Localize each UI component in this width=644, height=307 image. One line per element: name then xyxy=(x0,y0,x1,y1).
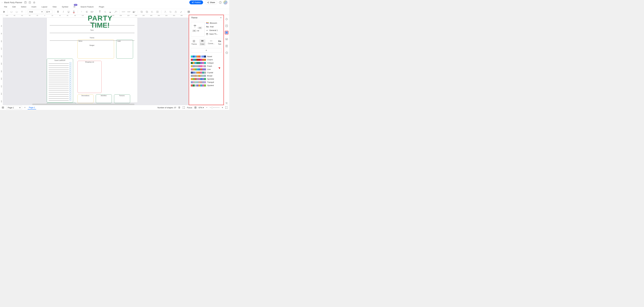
align-objects-icon[interactable] xyxy=(150,10,154,14)
help-icon[interactable] xyxy=(219,1,222,4)
theme-preview[interactable]: text text text text xyxy=(191,22,205,36)
tab-color[interactable]: Color xyxy=(200,39,206,46)
page-list-icon[interactable] xyxy=(2,106,4,109)
text-format-icon[interactable]: T xyxy=(80,10,84,14)
color-scheme-fresh[interactable]: Fresh xyxy=(191,65,222,67)
group-icon[interactable] xyxy=(156,10,160,14)
focus-label[interactable]: Focus xyxy=(187,106,192,109)
info-box[interactable]: Where: Tene: Theme: Budget: xyxy=(47,18,73,59)
checklist-row[interactable] xyxy=(47,91,73,92)
menu-file[interactable]: File xyxy=(4,6,7,8)
underline-icon[interactable]: U xyxy=(66,10,70,14)
tab-theme[interactable]: Theme xyxy=(190,39,198,46)
checklist-row[interactable] xyxy=(47,74,73,76)
font-size-select[interactable]: 12▾ xyxy=(45,10,52,14)
favours-box[interactable]: Favours: xyxy=(114,94,130,103)
ai-sparkle-icon[interactable] xyxy=(163,10,167,14)
history-icon[interactable] xyxy=(225,51,228,54)
layers-icon[interactable] xyxy=(178,106,180,109)
align-icon[interactable] xyxy=(85,10,89,14)
color-scheme-charm[interactable]: Charm xyxy=(191,59,222,61)
color-scheme-novel[interactable]: Novel xyxy=(191,55,222,57)
save-icon[interactable] xyxy=(24,1,26,4)
import-icon[interactable] xyxy=(225,24,228,28)
menu-edit[interactable]: Edit xyxy=(12,6,16,8)
horizontal-scrollbar[interactable] xyxy=(32,104,134,105)
checklist-row[interactable] xyxy=(47,62,73,64)
bring-front-icon[interactable] xyxy=(145,10,149,14)
canvas-wrapper[interactable]: -100-80-60 -40-200 204060 80100120 14016… xyxy=(3,15,229,105)
color-scheme-tranquil[interactable]: Tranquil xyxy=(191,81,222,83)
checklist-row[interactable] xyxy=(47,87,73,88)
color-scheme-sprinkle[interactable]: Sprinkle xyxy=(191,78,222,80)
checklist-row[interactable] xyxy=(47,68,73,70)
menu-view[interactable]: View xyxy=(52,6,56,8)
pen-icon[interactable] xyxy=(108,10,112,14)
canvas-page[interactable]: PARTY TIME! Where: Tene: Theme: Budget: … xyxy=(47,18,138,102)
checklist-row[interactable] xyxy=(47,83,73,84)
arrow-icon[interactable]: ▾ xyxy=(126,10,131,14)
checklist-row[interactable] xyxy=(47,70,73,72)
checklist-row[interactable] xyxy=(47,81,73,82)
format-painter-icon[interactable] xyxy=(20,10,24,14)
export-icon[interactable] xyxy=(29,1,31,4)
theme-grid-icon[interactable] xyxy=(225,31,228,34)
fullscreen-icon[interactable] xyxy=(225,106,228,109)
checklist-row[interactable] xyxy=(47,66,73,68)
play-icon[interactable] xyxy=(194,106,197,109)
theme-font[interactable]: AaArial xyxy=(206,25,222,28)
send-back-icon[interactable] xyxy=(140,10,144,14)
cake-box[interactable]: Cake: xyxy=(116,40,133,59)
close-icon[interactable]: × xyxy=(220,16,222,19)
crop-icon[interactable] xyxy=(168,10,172,14)
shape-fill-icon[interactable] xyxy=(225,17,228,21)
notes-icon[interactable] xyxy=(225,44,228,48)
add-page-button[interactable]: + xyxy=(24,106,26,109)
line-style-icon[interactable]: ▾ xyxy=(121,10,126,14)
page-select[interactable]: Page-1▾ xyxy=(6,106,22,109)
color-scheme-antique[interactable]: Antique xyxy=(191,62,222,64)
menu-ai[interactable]: AIhot xyxy=(74,6,75,8)
menu-insert[interactable]: Insert xyxy=(32,6,36,8)
guest-list-box[interactable]: Guest List/RSVP xyxy=(47,59,73,103)
color-scheme-crystal[interactable]: Crystal xyxy=(191,71,222,74)
theme-connector[interactable]: General 1 xyxy=(206,29,222,31)
lock-icon[interactable] xyxy=(174,10,178,14)
outline-icon[interactable] xyxy=(225,102,228,105)
share-button[interactable]: Share xyxy=(205,0,217,4)
theme-blossom[interactable]: Blossom xyxy=(206,22,222,24)
checklist-row[interactable] xyxy=(47,72,73,74)
checklist-row[interactable] xyxy=(47,79,73,80)
connector-icon[interactable]: ▾ xyxy=(114,10,118,14)
menu-box[interactable]: Menu: xyxy=(78,40,114,59)
add-theme-button[interactable]: + xyxy=(191,48,222,53)
menu-plugin[interactable]: Plugin xyxy=(99,6,104,8)
presentation-icon[interactable] xyxy=(225,37,228,41)
italic-icon[interactable]: I xyxy=(61,10,65,14)
color-scheme-live[interactable]: Live xyxy=(191,68,222,70)
bold-icon[interactable]: B xyxy=(56,10,60,14)
font-color-icon[interactable]: A xyxy=(72,10,76,14)
checklist-row[interactable] xyxy=(47,77,73,78)
wrench-icon[interactable] xyxy=(179,10,183,14)
activities-box[interactable]: Activities: xyxy=(96,94,112,103)
undo-icon[interactable] xyxy=(10,10,14,14)
line-weight-icon[interactable]: ▾ xyxy=(132,10,136,14)
publish-button[interactable]: Publish xyxy=(189,0,203,4)
menu-search-feature[interactable]: Search Feature xyxy=(80,6,94,8)
shopping-list-box[interactable]: Shopping List xyxy=(78,61,102,93)
zoom-level[interactable]: 67% ▾ xyxy=(199,106,204,109)
checklist-row[interactable] xyxy=(47,95,73,97)
checklist-row[interactable] xyxy=(47,97,73,99)
back-icon[interactable]: ‹ xyxy=(2,1,2,3)
layout-panel-icon[interactable] xyxy=(187,10,191,14)
text-tool-icon[interactable]: T xyxy=(98,10,102,14)
star-icon[interactable] xyxy=(33,1,36,4)
zoom-slider[interactable] xyxy=(210,107,220,108)
checklist-row[interactable] xyxy=(47,89,73,90)
menu-select[interactable]: Select xyxy=(21,6,26,8)
page-tab-1[interactable]: Page-1 xyxy=(28,106,36,109)
checklist-row[interactable] xyxy=(47,93,73,94)
expand-panel-icon[interactable] xyxy=(2,10,6,14)
menu-symbol[interactable]: Symbol xyxy=(62,6,68,8)
